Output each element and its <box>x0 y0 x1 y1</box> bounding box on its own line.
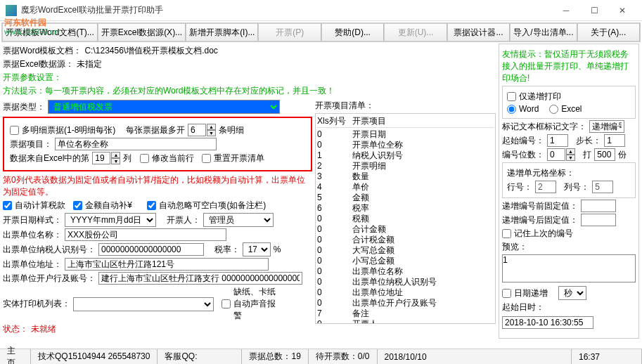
printer-select[interactable] <box>73 297 214 311</box>
mark-input[interactable] <box>589 120 624 133</box>
date-inc-check[interactable] <box>502 289 511 298</box>
rate-label: 税率： <box>214 244 240 256</box>
status-wait: 待开票数：0/0 <box>309 349 378 364</box>
auto-pad-check[interactable] <box>73 201 82 210</box>
maximize-button[interactable]: ☐ <box>580 1 608 20</box>
rate-suffix: % <box>274 245 281 254</box>
list-item[interactable]: 3数量 <box>317 171 494 182</box>
list-item[interactable]: 0合计税金额 <box>317 235 494 245</box>
item-label: 票据项目： <box>10 138 52 150</box>
btn-designer[interactable]: 票据设计器... <box>447 23 510 41</box>
close-button[interactable]: ✕ <box>608 1 636 20</box>
spin-down[interactable]: ▼ <box>111 158 120 164</box>
btn-update[interactable]: 更新(U)... <box>384 23 447 41</box>
spin-up[interactable]: ▲ <box>111 152 120 158</box>
only-inc-check[interactable] <box>507 92 516 101</box>
list-item[interactable]: 0出票单位开户行及账号 <box>317 298 494 308</box>
per-page-input[interactable] <box>188 124 206 136</box>
params-header: 开票参数设置： <box>3 72 62 84</box>
multi-detail-check[interactable] <box>10 126 19 135</box>
word-path-value: C:\123456\增值税开票模板文档.doc <box>84 45 217 57</box>
list-item[interactable]: 1纳税人识别号 <box>317 150 494 161</box>
list-item[interactable]: 2开票明细 <box>317 161 494 171</box>
list-item[interactable]: 0开票单位全称 <box>317 140 494 150</box>
list-item[interactable]: 0开票日期 <box>317 129 494 140</box>
bank-label: 出票单位开户行及账号： <box>3 273 96 285</box>
auto-tax-check[interactable] <box>3 201 12 210</box>
btn-excel-source[interactable]: 开票Excel数据源(X)... <box>98 23 186 41</box>
reset-list-check[interactable] <box>202 154 211 163</box>
list-item[interactable]: 0出票单位地址 <box>317 287 494 298</box>
btn-word-template[interactable]: 开票模板Word文档(T)... <box>2 23 98 41</box>
status-value: 未就绪 <box>31 323 56 335</box>
titlebar: 魔彩WordExcel联动批量开票打印助手 ─ ☐ ✕ <box>0 0 642 21</box>
addr-input[interactable] <box>65 258 269 271</box>
modify-row-check[interactable] <box>140 154 149 163</box>
status-time: 16:37 <box>572 349 642 364</box>
toolbar: 开票模板Word文档(T)... 开票Excel数据源(X)... 新增开票脚本… <box>1 22 641 42</box>
data-from-suffix: 列 <box>123 152 131 164</box>
remember-check[interactable] <box>502 229 511 238</box>
invoice-type-select[interactable]: 普通增值税发票 <box>48 100 280 114</box>
list-item[interactable]: 0合计金额 <box>317 224 494 235</box>
btn-invoice[interactable]: 开票(P) <box>258 23 321 41</box>
xls-header: 开票项目清单： <box>315 100 374 112</box>
highlight-box: 多明细票据(1-8明细每张) 每张票据最多开 ▲▼ 条明细 票据项目： 数据来自… <box>3 117 312 171</box>
modify-row-label: 修改当前行 <box>152 152 194 164</box>
auto-skip-check[interactable] <box>147 201 156 210</box>
list-item[interactable]: 0大写总金额 <box>317 245 494 256</box>
print-count-input[interactable] <box>594 148 615 161</box>
printer-label: 实体打印机列表： <box>3 298 70 310</box>
excel-radio[interactable] <box>549 105 558 114</box>
per-page-label: 每张票据最多开 <box>126 124 185 136</box>
btn-donate[interactable]: 赞助(D)... <box>321 23 384 41</box>
reset-list-label: 重置开票清单 <box>214 152 264 164</box>
taxid-label: 出票单位纳税人识别号： <box>3 244 96 256</box>
issuer-select[interactable]: 管理员 <box>203 213 274 227</box>
right-tip: 友情提示：暂仅适用于无须跟税务接入的批量开票打印、单纯递增打印场合! <box>502 48 636 84</box>
prefix-input[interactable] <box>581 200 616 212</box>
list-item[interactable]: 4单价 <box>317 182 494 193</box>
step-input[interactable] <box>604 134 625 147</box>
list-item[interactable]: 6税率 <box>317 203 494 214</box>
bank-input[interactable] <box>98 272 302 285</box>
status-label: 状态： <box>3 323 28 335</box>
list-item[interactable]: 5金额 <box>317 193 494 203</box>
status-main[interactable]: 主页 <box>0 349 31 364</box>
rate-select[interactable]: 17 <box>243 242 271 256</box>
data-col-input[interactable] <box>92 152 110 164</box>
start-dt-input[interactable] <box>502 316 593 329</box>
list-item[interactable]: 0开票人 <box>317 319 494 324</box>
btn-import-export[interactable]: 导入/导出清单... <box>510 23 577 41</box>
start-input[interactable] <box>547 134 568 147</box>
taxid-input[interactable] <box>98 243 204 256</box>
data-from-label: 数据来自Excel中的第 <box>10 152 89 164</box>
digits-input[interactable] <box>547 148 565 161</box>
xls-list[interactable]: Xls列号开票项目 0开票日期0开票单位全称1纳税人识别号2开票明细3数量4单价… <box>315 113 496 324</box>
preview-box[interactable]: 1 <box>502 254 636 282</box>
spin-up[interactable]: ▲ <box>207 124 216 130</box>
paper-jam-label: 缺纸、卡纸自动声音报警 <box>233 286 276 322</box>
note-text: 第0列代表该数据为固定值或者自动计算/指定的，比如税额为自动计算，出票单位为固定… <box>3 174 305 198</box>
list-item[interactable]: 0小写总金额 <box>317 256 494 266</box>
paper-jam-check[interactable] <box>222 299 231 308</box>
status-svc: 客服QQ: <box>158 349 242 364</box>
multi-detail-label: 多明细票据(1-8明细每张) <box>22 124 115 136</box>
spin-down[interactable]: ▼ <box>207 130 216 136</box>
btn-new-script[interactable]: 新增开票脚本(I)... <box>186 23 258 41</box>
list-item[interactable]: 0出票单位名称 <box>317 266 494 277</box>
date-unit-select[interactable]: 秒 <box>558 286 586 300</box>
list-item[interactable]: 7备注 <box>317 308 494 319</box>
excel-path-value: 未指定 <box>77 58 102 70</box>
unit-input[interactable] <box>65 228 226 241</box>
word-radio[interactable] <box>507 105 516 114</box>
suffix-input[interactable] <box>581 214 616 226</box>
list-item[interactable]: 0出票单位纳税人识别号 <box>317 277 494 287</box>
item-input[interactable] <box>55 138 217 150</box>
date-fmt-label: 开票日期样式： <box>3 214 62 226</box>
btn-about[interactable]: 关于(A)... <box>577 23 640 41</box>
per-page-suffix: 条明细 <box>219 124 244 136</box>
minimize-button[interactable]: ─ <box>552 1 580 20</box>
list-item[interactable]: 0税额 <box>317 214 494 224</box>
date-fmt-select[interactable]: YYYY年mm月dd日 <box>65 213 156 227</box>
